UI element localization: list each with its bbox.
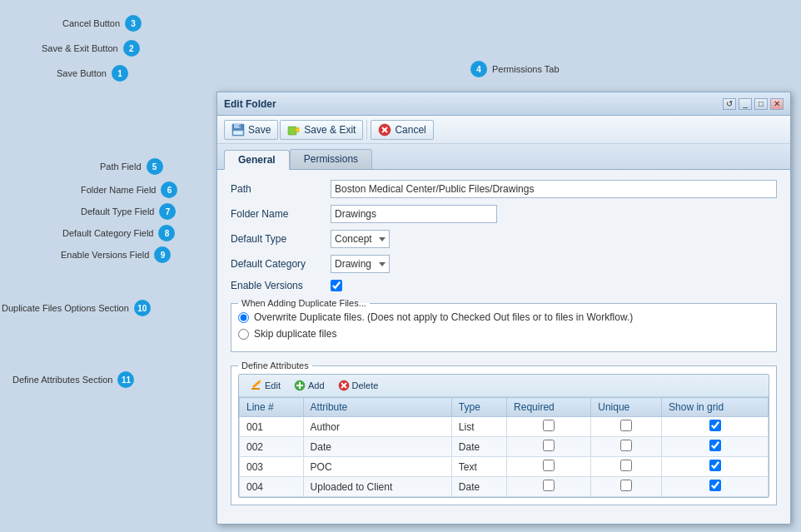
duplicate-files-section: When Adding Duplicate Files... Overwrite… bbox=[231, 298, 777, 352]
default-type-row: Default Type Concept bbox=[231, 230, 777, 248]
cell-unique[interactable] bbox=[591, 437, 662, 457]
annotation-define-attributes: Define Attributes Section 11 bbox=[12, 371, 134, 388]
default-category-row: Default Category Drawing bbox=[231, 255, 777, 273]
annotation-enable-versions: Enable Versions Field 9 bbox=[61, 246, 171, 263]
col-header-attribute: Attribute bbox=[303, 398, 451, 417]
cell-show-in-grid[interactable] bbox=[662, 437, 769, 457]
dialog-titlebar: Edit Folder ↺ _ □ ✕ bbox=[217, 92, 790, 116]
save-exit-icon bbox=[287, 123, 301, 137]
default-category-field[interactable]: Drawing bbox=[331, 255, 390, 273]
show-in-grid-checkbox[interactable] bbox=[709, 460, 721, 471]
add-attribute-button[interactable]: Add bbox=[289, 378, 330, 393]
cell-required[interactable] bbox=[507, 477, 591, 497]
annotation-folder-name: Folder Name Field 6 bbox=[81, 181, 177, 198]
col-header-line: Line # bbox=[240, 398, 304, 417]
annotation-save: Save Button 1 bbox=[57, 65, 128, 82]
minimize-button[interactable]: _ bbox=[739, 98, 752, 110]
show-in-grid-checkbox[interactable] bbox=[709, 480, 721, 491]
default-type-field[interactable]: Concept bbox=[331, 230, 390, 248]
enable-versions-field[interactable] bbox=[331, 280, 342, 291]
cell-line: 001 bbox=[240, 417, 304, 437]
annotation-path: Path Field 5 bbox=[100, 158, 163, 175]
unique-checkbox[interactable] bbox=[620, 480, 632, 491]
delete-attribute-button[interactable]: Delete bbox=[333, 378, 384, 393]
annotation-save-exit: Save & Exit Button 2 bbox=[42, 40, 140, 57]
cell-type: Date bbox=[451, 437, 506, 457]
refresh-button[interactable]: ↺ bbox=[723, 98, 736, 110]
save-exit-label: Save & Exit bbox=[304, 124, 356, 136]
svg-rect-3 bbox=[239, 125, 241, 127]
required-checkbox[interactable] bbox=[543, 480, 555, 491]
cell-required[interactable] bbox=[507, 437, 591, 457]
table-row: 002 Date Date bbox=[240, 437, 769, 457]
delete-label: Delete bbox=[352, 380, 379, 390]
add-icon bbox=[294, 380, 306, 391]
default-category-wrapper: Drawing bbox=[331, 255, 497, 273]
tab-general[interactable]: General bbox=[224, 150, 290, 170]
required-checkbox[interactable] bbox=[543, 420, 555, 431]
dialog-title: Edit Folder bbox=[224, 98, 276, 110]
annotation-label: Permissions Tab bbox=[492, 64, 560, 74]
edit-attribute-button[interactable]: Edit bbox=[246, 378, 286, 393]
maximize-icon: □ bbox=[759, 99, 764, 108]
cell-show-in-grid[interactable] bbox=[662, 477, 769, 497]
cell-attribute: Uploaded to Client bbox=[303, 477, 451, 497]
annotation-label: Cancel Button bbox=[62, 18, 120, 28]
col-header-type: Type bbox=[451, 398, 506, 417]
cell-type: List bbox=[451, 417, 506, 437]
save-button[interactable]: Save bbox=[224, 120, 278, 140]
cell-required[interactable] bbox=[507, 417, 591, 437]
cell-unique[interactable] bbox=[591, 417, 662, 437]
unique-checkbox[interactable] bbox=[620, 460, 632, 471]
define-attributes-legend: Define Attributes bbox=[238, 360, 312, 370]
edit-icon bbox=[251, 380, 262, 391]
path-label: Path bbox=[231, 183, 331, 195]
required-checkbox[interactable] bbox=[543, 460, 555, 471]
attributes-container: Edit Add bbox=[238, 374, 769, 498]
attributes-table: Line # Attribute Type Required Unique Sh… bbox=[239, 397, 769, 497]
cell-unique[interactable] bbox=[591, 457, 662, 477]
default-category-label: Default Category bbox=[231, 258, 331, 270]
define-attributes-section: Define Attributes Edit bbox=[231, 360, 777, 505]
annotation-default-category: Default Category Field 8 bbox=[62, 225, 175, 241]
skip-option-row: Skip duplicate files bbox=[238, 328, 769, 340]
overwrite-radio[interactable] bbox=[238, 312, 249, 323]
close-icon: ✕ bbox=[774, 99, 780, 108]
refresh-icon: ↺ bbox=[726, 99, 733, 108]
close-button[interactable]: ✕ bbox=[770, 98, 784, 110]
unique-checkbox[interactable] bbox=[620, 440, 632, 451]
default-type-label: Default Type bbox=[231, 233, 331, 245]
cell-unique[interactable] bbox=[591, 477, 662, 497]
show-in-grid-checkbox[interactable] bbox=[709, 440, 721, 451]
add-label: Add bbox=[308, 380, 325, 390]
tab-permissions[interactable]: Permissions bbox=[290, 149, 372, 169]
unique-checkbox[interactable] bbox=[620, 420, 632, 431]
overwrite-option-row: Overwrite Duplicate files. (Does not app… bbox=[238, 311, 769, 323]
path-row: Path bbox=[231, 180, 777, 198]
folder-name-field[interactable] bbox=[331, 205, 497, 223]
annotation-label: Default Type Field bbox=[81, 206, 154, 216]
cell-line: 003 bbox=[240, 457, 304, 477]
edit-folder-dialog: Edit Folder ↺ _ □ ✕ bbox=[216, 92, 791, 525]
save-exit-button[interactable]: Save & Exit bbox=[280, 120, 363, 140]
cell-type: Text bbox=[451, 457, 506, 477]
col-header-show-in-grid: Show in grid bbox=[662, 398, 769, 417]
cell-show-in-grid[interactable] bbox=[662, 417, 769, 437]
attributes-toolbar: Edit Add bbox=[239, 375, 769, 397]
cell-required[interactable] bbox=[507, 457, 591, 477]
required-checkbox[interactable] bbox=[543, 440, 555, 451]
skip-radio[interactable] bbox=[238, 329, 249, 340]
annotation-default-type: Default Type Field 7 bbox=[81, 203, 176, 220]
annotation-cancel: Cancel Button 3 bbox=[62, 15, 142, 32]
dialog-toolbar: Save Save & Exit Cancel bbox=[217, 116, 790, 144]
cell-show-in-grid[interactable] bbox=[662, 457, 769, 477]
table-row: 003 POC Text bbox=[240, 457, 769, 477]
annotation-label: Save & Exit Button bbox=[42, 43, 118, 53]
enable-versions-label: Enable Versions bbox=[231, 280, 331, 291]
path-field[interactable] bbox=[331, 180, 777, 198]
cancel-button[interactable]: Cancel bbox=[371, 120, 433, 140]
maximize-button[interactable]: □ bbox=[754, 98, 768, 110]
enable-versions-row: Enable Versions bbox=[231, 280, 777, 291]
show-in-grid-checkbox[interactable] bbox=[709, 420, 721, 431]
cell-line: 004 bbox=[240, 477, 304, 497]
